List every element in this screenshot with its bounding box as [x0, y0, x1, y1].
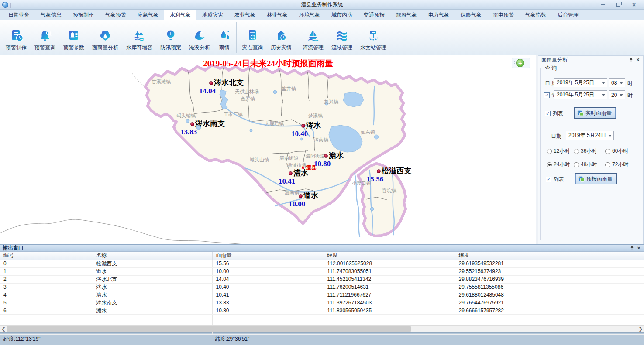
- duration-label: 36小时: [581, 147, 597, 155]
- duration-option-72小时[interactable]: 72小时: [605, 161, 628, 168]
- tool-button-雨情[interactable]: 雨情: [214, 20, 235, 55]
- bell-search-icon: [38, 29, 52, 42]
- station-dot-icon[interactable]: [209, 81, 213, 85]
- scrollbar-thumb[interactable]: [7, 326, 411, 332]
- column-header-编号[interactable]: 编号: [0, 252, 93, 260]
- radio-icon[interactable]: [574, 149, 579, 154]
- menu-item-林业气象[interactable]: 林业气象: [261, 10, 293, 20]
- town-label-澧南镇: 澧南镇: [285, 189, 299, 196]
- tool-button-流域管理[interactable]: 流域管理: [327, 20, 356, 55]
- menu-item-日常业务[interactable]: 日常业务: [3, 10, 35, 20]
- column-header-名称[interactable]: 名称: [93, 252, 212, 260]
- tool-button-预警制作[interactable]: 预警制作: [2, 20, 31, 55]
- sailboat-icon: [307, 29, 320, 42]
- radio-icon[interactable]: [547, 162, 552, 167]
- forecast-date-combobox[interactable]: 2019年 5月24日: [566, 131, 614, 140]
- radio-icon[interactable]: [574, 162, 579, 167]
- scroll-left-arrow[interactable]: ❮: [0, 326, 7, 332]
- station-dot-icon[interactable]: [377, 169, 381, 173]
- menu-item-地质灾害[interactable]: 地质灾害: [196, 10, 229, 20]
- forecast-rainfall-button[interactable]: 预报面雨量: [575, 174, 616, 184]
- radio-icon[interactable]: [605, 149, 610, 154]
- date-from-combobox[interactable]: 2019年 5月25日: [554, 78, 607, 87]
- hour-to-combobox[interactable]: 20: [609, 90, 625, 99]
- menu-item-交通预报[interactable]: 交通预报: [358, 10, 390, 20]
- pin-icon[interactable]: [627, 57, 634, 63]
- menu-item-城市内涝[interactable]: 城市内涝: [326, 10, 358, 20]
- tool-button-防汛预案[interactable]: 防汛预案: [156, 20, 185, 55]
- menu-item-预报制作[interactable]: 预报制作: [67, 10, 100, 20]
- tool-button-水库可增容[interactable]: 水库可增容: [122, 20, 156, 55]
- hour-from-combobox[interactable]: 08: [609, 78, 625, 87]
- horizontal-scrollbar[interactable]: ❮ ❯: [0, 325, 644, 332]
- toolbar-separator: [297, 22, 297, 53]
- list-checkbox[interactable]: ✓: [545, 111, 551, 116]
- minimize-button[interactable]: [598, 1, 607, 8]
- tool-button-灾点查询[interactable]: 灾点查询: [238, 20, 267, 55]
- hydro-station-icon: [367, 29, 380, 42]
- realtime-rainfall-button[interactable]: 实时面雨量: [575, 108, 616, 118]
- duration-label: 72小时: [612, 161, 628, 168]
- drag-handle-icon[interactable]: [514, 61, 515, 65]
- menu-item-电力气象[interactable]: 电力气象: [423, 10, 455, 20]
- menu-item-应急气象[interactable]: 应急气象: [132, 10, 164, 20]
- to-checkbox[interactable]: ✓: [544, 92, 550, 98]
- tool-button-河流管理[interactable]: 河流管理: [299, 20, 327, 55]
- tool-button-label: 灾点查询: [242, 44, 263, 51]
- table-row[interactable]: 3涔水10.40111.7620051463129.7555811355086: [0, 283, 644, 291]
- duration-option-12小时[interactable]: 12小时: [547, 147, 570, 155]
- table-row[interactable]: 5涔水南支13.83111.39726718450329.76544769759…: [0, 299, 644, 307]
- duration-option-36小时[interactable]: 36小时: [574, 147, 597, 155]
- town-label-梦溪镇: 梦溪镇: [308, 113, 323, 119]
- radio-icon[interactable]: [547, 149, 552, 154]
- table-row[interactable]: 0松滋西支15.56112.00162562502829.61935495322…: [0, 260, 644, 267]
- tool-button-水文站管理[interactable]: 水文站管理: [356, 20, 390, 55]
- output-close-icon[interactable]: ×: [635, 245, 642, 251]
- menu-item-气象预警[interactable]: 气象预警: [100, 10, 132, 20]
- menu-item-环境气象[interactable]: 环境气象: [293, 10, 326, 20]
- station-dot-icon[interactable]: [289, 171, 293, 175]
- duration-option-24小时[interactable]: 24小时: [547, 161, 570, 168]
- pin-icon[interactable]: [628, 245, 635, 251]
- menu-item-水利气象[interactable]: 水利气象: [164, 10, 196, 20]
- table-cell: 4: [0, 291, 93, 299]
- list2-checkbox[interactable]: ✓: [546, 177, 551, 182]
- column-header-纬度[interactable]: 纬度: [455, 252, 644, 260]
- close-button[interactable]: ×: [629, 1, 639, 8]
- tool-button-预警参数[interactable]: 预警参数: [59, 20, 88, 55]
- menu-bar: 日常业务气象信息预报制作气象预警应急气象水利气象地质灾害农业气象林业气象环境气象…: [0, 10, 644, 20]
- duration-option-60小时[interactable]: 60小时: [605, 147, 628, 155]
- table-cell: 111.397267184503: [324, 299, 455, 307]
- menu-item-气象信息[interactable]: 气象信息: [35, 10, 67, 20]
- duration-option-48小时[interactable]: 48小时: [574, 161, 597, 168]
- menu-item-雷电预警[interactable]: 雷电预警: [487, 10, 520, 20]
- table-row[interactable]: 6澹水10.80111.83056505043529.6666157957282: [0, 307, 644, 314]
- table-row[interactable]: 2涔水北支14.04111.45210541134229.88234767169…: [0, 275, 644, 283]
- town-label-天供山林场: 天供山林场: [235, 89, 259, 95]
- tool-button-面雨量分析[interactable]: 面雨量分析: [88, 20, 122, 55]
- station-dot-icon[interactable]: [301, 124, 305, 128]
- panel-close-icon[interactable]: ×: [634, 57, 641, 63]
- menu-item-后台管理[interactable]: 后台管理: [552, 10, 584, 20]
- tool-button-历史灾情[interactable]: 历史灾情: [267, 20, 296, 55]
- tool-button-淹没分析[interactable]: 淹没分析: [185, 20, 214, 55]
- menu-item-旅游气象[interactable]: 旅游气象: [390, 10, 423, 20]
- station-dot-icon[interactable]: [299, 194, 303, 198]
- table-row[interactable]: 1道水10.00111.74708305505129.552156374923: [0, 267, 644, 275]
- column-header-经度[interactable]: 经度: [324, 252, 455, 260]
- column-header-面雨量[interactable]: 面雨量: [212, 252, 324, 260]
- menu-item-农业气象[interactable]: 农业气象: [229, 10, 261, 20]
- radio-icon[interactable]: [605, 162, 610, 167]
- station-dot-icon[interactable]: [324, 154, 328, 158]
- tool-button-预警查询[interactable]: 预警查询: [31, 20, 59, 55]
- map-view[interactable]: 2019-05-24日未来24小时预报面雨量 甘溪滩镇盐井镇天供山林场金罗镇复兴…: [0, 55, 536, 244]
- table-row[interactable]: 4澧水10.41111.71121966762729.6188012485048: [0, 291, 644, 299]
- menu-item-气象指数[interactable]: 气象指数: [520, 10, 552, 20]
- date-to-combobox[interactable]: 2019年 5月25日: [554, 90, 607, 99]
- station-dot-icon[interactable]: [190, 122, 194, 126]
- menu-item-保险气象[interactable]: 保险气象: [455, 10, 487, 20]
- scroll-right-arrow[interactable]: ❯: [637, 326, 644, 332]
- restore-button[interactable]: [613, 1, 623, 8]
- zoom-in-button[interactable]: +: [516, 59, 524, 67]
- county-map-canvas: [0, 55, 536, 244]
